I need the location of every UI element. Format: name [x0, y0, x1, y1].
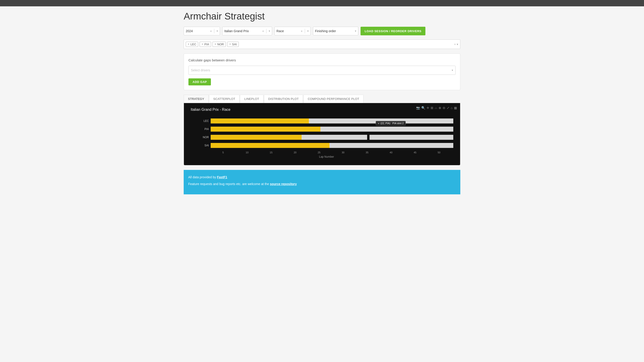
driver-tags-container: × LEC × PIA × NOR × SAI × ▾	[184, 39, 460, 49]
gaps-card: Calculate gaps between drivers Select dr…	[184, 53, 460, 90]
x-tick-35: 35	[355, 151, 379, 154]
source-repo-link[interactable]: source repository	[270, 182, 296, 186]
session-arrow-icon: ▾	[307, 29, 308, 33]
grand-prix-clear-icon[interactable]: ×	[262, 29, 264, 33]
year-arrow-icon: ▾	[216, 29, 218, 33]
clear-all-arrow: ▾	[457, 42, 458, 46]
lasso-icon[interactable]: ⌓	[435, 106, 437, 110]
tab-distribution-plot[interactable]: DISTRIBUTION PLOT	[264, 95, 303, 103]
chart-wrapper: 📷 🔍 ✛ ⊞ ⌓ ⊕ ⊖ ⤢ ⌂ ▦ Italian Grand Prix -…	[184, 103, 460, 165]
nor-segment-1	[211, 135, 302, 140]
bar-row-nor: NOR	[200, 135, 453, 140]
finishing-order-arrow-icon: ▾	[355, 29, 356, 33]
footer-repo-line: Feature requests and bug reports etc. ar…	[188, 182, 456, 186]
bar-row-lec: LEC	[200, 118, 453, 123]
driver-tag-sai[interactable]: × SAI	[227, 42, 239, 47]
lec-segment-1	[211, 118, 309, 123]
chart-area: LEC PIA ◂ (22, PIA)	[200, 118, 453, 158]
finishing-order-value: Finishing order	[315, 29, 355, 33]
chart-container: 📷 🔍 ✛ ⊞ ⌓ ⊕ ⊖ ⤢ ⌂ ▦ Italian Grand Prix -…	[184, 103, 460, 165]
tabs-row: STRATEGY SCATTERPLOT LINEPLOT DISTRIBUTI…	[184, 95, 460, 103]
nor-clear-icon[interactable]: ×	[214, 42, 216, 46]
sai-label: SAI	[232, 42, 237, 46]
fastf1-link[interactable]: FastF1	[217, 175, 227, 179]
lec-clear-icon[interactable]: ×	[188, 42, 189, 46]
nor-label: NOR	[217, 42, 224, 46]
session-clear-icon[interactable]: ×	[301, 29, 302, 33]
box-select-icon[interactable]: ⊞	[430, 106, 433, 110]
footer-repo-text: Feature requests and bug reports etc. ar…	[188, 182, 270, 186]
chart-toolbar: 📷 🔍 ✛ ⊞ ⌓ ⊕ ⊖ ⤢ ⌂ ▦	[416, 106, 457, 110]
x-tick-20: 20	[283, 151, 307, 154]
driver-tag-pia[interactable]: × PIA	[200, 42, 211, 47]
x-axis-label: Lap Number	[200, 155, 453, 158]
lec-bar-label: LEC	[200, 119, 209, 123]
clear-all-tags[interactable]: × ▾	[454, 42, 458, 46]
driver-tag-nor[interactable]: × NOR	[212, 42, 226, 47]
bar-row-sai: SAI	[200, 143, 453, 148]
zoom-in-icon[interactable]: ⊕	[438, 106, 441, 110]
footer-data-line: All data provided by FastF1	[188, 175, 456, 179]
tab-compound-performance-plot[interactable]: COMPOUND PERFORMANCE PLOT	[304, 95, 364, 103]
x-axis: 5 10 15 20 25 30 35 40 45 50	[211, 151, 451, 154]
add-gap-button[interactable]: ADD GAP	[188, 78, 211, 85]
nor-bar-label: NOR	[200, 136, 209, 139]
sai-bar-label: SAI	[200, 144, 209, 147]
nor-segment-3	[370, 135, 453, 140]
top-bar	[0, 0, 644, 6]
lec-bar-track	[211, 118, 453, 123]
footer: All data provided by FastF1 Feature requ…	[184, 170, 460, 194]
pia-bar-label: PIA	[200, 128, 209, 131]
pia-segment-1	[211, 127, 320, 132]
x-tick-25: 25	[307, 151, 331, 154]
year-value: 2024	[186, 29, 210, 33]
sai-segment-2	[330, 143, 453, 148]
session-select[interactable]: Race × ▾	[274, 27, 311, 35]
grand-prix-arrow-icon: ▾	[269, 29, 270, 33]
zoom-out-icon[interactable]: ⊖	[443, 106, 445, 110]
pia-label: PIA	[204, 42, 209, 46]
load-session-button[interactable]: LOAD SESSION / REORDER DRIVERS	[360, 27, 426, 35]
sai-segment-1	[211, 143, 330, 148]
nor-bar-track	[211, 135, 453, 140]
camera-icon[interactable]: 📷	[416, 106, 420, 110]
footer-data-text: All data provided by	[188, 175, 217, 179]
select-drivers-dropdown[interactable]: Select drivers ▾	[188, 66, 456, 75]
x-tick-40: 40	[379, 151, 403, 154]
x-tick-45: 45	[403, 151, 427, 154]
app-title: Armchair Strategist	[184, 11, 460, 22]
gaps-title: Calculate gaps between drivers	[188, 58, 456, 62]
x-tick-5: 5	[211, 151, 235, 154]
select-drivers-arrow-icon: ▾	[452, 69, 453, 72]
tab-strategy[interactable]: STRATEGY	[184, 95, 208, 103]
reset-axes-icon[interactable]: ⤢	[447, 106, 450, 110]
x-tick-15: 15	[259, 151, 283, 154]
year-clear-icon[interactable]: ×	[210, 29, 212, 33]
home-icon[interactable]: ⌂	[451, 106, 452, 110]
pia-clear-icon[interactable]: ×	[202, 42, 203, 46]
crosshair-icon[interactable]: ✛	[426, 106, 429, 110]
nor-segment-2	[302, 135, 367, 140]
bar-chart-icon[interactable]: ▦	[454, 106, 457, 110]
lec-segment-2	[309, 118, 453, 123]
x-tick-10: 10	[235, 151, 259, 154]
year-select[interactable]: 2024 × ▾	[184, 27, 220, 35]
driver-tag-lec[interactable]: × LEC	[186, 42, 198, 47]
x-tick-30: 30	[331, 151, 355, 154]
session-value: Race	[276, 29, 301, 33]
zoom-icon[interactable]: 🔍	[421, 106, 425, 110]
sai-clear-icon[interactable]: ×	[229, 42, 231, 46]
bar-row-pia: PIA ◂ (22, PIA) PIA stint 2	[200, 127, 453, 132]
lec-label: LEC	[190, 42, 196, 46]
sai-bar-track	[211, 143, 453, 148]
tab-lineplot[interactable]: LINEPLOT	[240, 95, 263, 103]
select-drivers-placeholder: Select drivers	[191, 68, 452, 72]
x-tick-50: 50	[427, 151, 451, 154]
pia-segment-2	[320, 127, 453, 132]
finishing-order-select[interactable]: Finishing order ▾	[313, 27, 358, 35]
tab-scatterplot[interactable]: SCATTERPLOT	[209, 95, 240, 103]
grand-prix-value: Italian Grand Prix	[224, 29, 262, 33]
pia-bar-track: ◂ (22, PIA) PIA stint 2	[211, 127, 453, 132]
grand-prix-select[interactable]: Italian Grand Prix × ▾	[222, 27, 272, 35]
controls-row: 2024 × ▾ Italian Grand Prix × ▾ Race × ▾	[184, 27, 460, 35]
